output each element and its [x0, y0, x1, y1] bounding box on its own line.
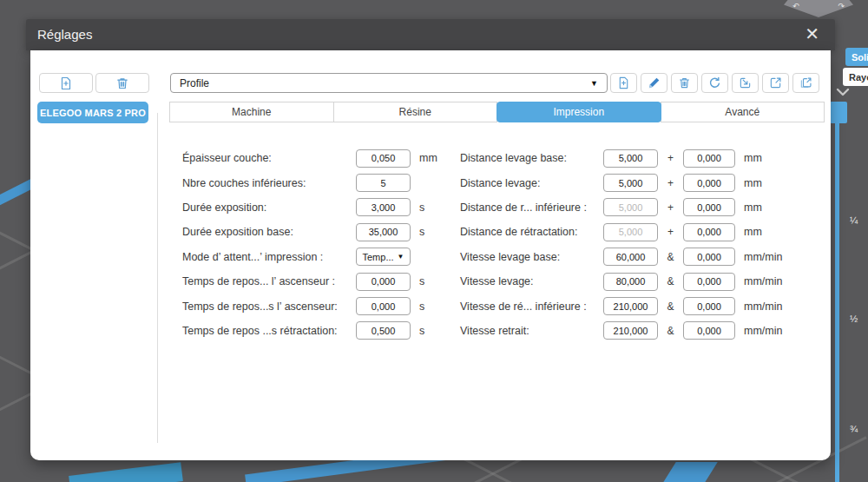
value-input-secondary[interactable]: 0,000 — [683, 321, 735, 340]
form-column-right: Distance levage base: 5,000 + 0,000 mm D… — [460, 146, 782, 343]
slider-tick-label: ¼ — [850, 215, 858, 226]
value-input-secondary[interactable]: 0,000 — [683, 198, 735, 216]
operator-label: + — [658, 201, 683, 214]
value-input-secondary[interactable]: 0,000 — [683, 273, 735, 291]
value-text: 0,000 — [697, 202, 721, 213]
value-text: 210,000 — [614, 326, 648, 336]
unit-label: s — [419, 201, 424, 214]
value-input-primary[interactable]: 60,000 — [603, 248, 658, 266]
value-input[interactable]: 0,050 ▼ — [356, 149, 411, 168]
operator-label: & — [658, 325, 683, 337]
profile-dropdown[interactable]: Profile ▼ — [170, 73, 608, 93]
value-input-primary[interactable]: 210,000 — [603, 321, 658, 340]
value-input[interactable]: Temp... ▼ — [356, 248, 411, 266]
printer-profile-button[interactable]: ELEGOO MARS 2 PRO — [37, 102, 148, 123]
tab-label: Impression — [553, 106, 604, 118]
bg-blue-stripe — [661, 462, 717, 482]
tab[interactable]: Impression — [496, 102, 661, 122]
dialog-title: Réglages — [37, 19, 92, 50]
view-mode-solid-button[interactable]: Solid — [845, 48, 868, 66]
bg-blue-stripe — [69, 462, 183, 482]
form-row: Distance levage: 5,000 + 0,000 mm — [460, 170, 782, 195]
add-printer-button[interactable] — [39, 73, 93, 93]
value-input[interactable]: 5 ▼ — [356, 174, 411, 192]
value-input[interactable]: 0,500 ▼ — [356, 321, 411, 340]
value-text: 5 — [380, 178, 385, 188]
tab[interactable]: Machine — [169, 102, 334, 122]
unit-label: mm — [744, 152, 762, 164]
value-input[interactable]: 3,000 ▼ — [356, 198, 411, 216]
layer-slider-handle[interactable] — [830, 102, 847, 123]
edit-profile-button[interactable] — [641, 73, 667, 93]
view-mode-xray-button[interactable]: Rayo — [843, 68, 868, 86]
value-text: 0,000 — [697, 178, 721, 188]
value-text: 0,000 — [697, 252, 721, 262]
tab[interactable]: Résine — [333, 102, 498, 122]
form-row: Temps de repos...s l’ ascenseur: 0,000 ▼… — [182, 294, 437, 318]
delete-printer-button[interactable] — [95, 73, 149, 93]
value-input-primary[interactable]: 5,000 — [603, 198, 658, 216]
profile-toolbar — [610, 73, 822, 93]
operator-label: & — [658, 300, 683, 313]
operator-label: + — [658, 226, 683, 238]
delete-profile-button[interactable] — [671, 73, 698, 93]
value-input[interactable]: 0,000 ▼ — [356, 297, 411, 315]
unit-label: s — [419, 275, 424, 287]
form-row: Distance levage base: 5,000 + 0,000 mm — [460, 146, 782, 170]
field-label: Épaisseur couche: — [182, 152, 356, 164]
form-row: Vitesse de ré... inférieure : 210,000 & … — [460, 294, 782, 318]
value-input-secondary[interactable]: 0,000 — [683, 149, 735, 168]
value-input-primary[interactable]: 80,000 — [603, 273, 658, 291]
value-text: 0,000 — [372, 276, 396, 287]
settings-tabs: Machine Résine Impression Avancé — [170, 102, 825, 122]
value-input-primary[interactable]: 5,000 — [603, 149, 658, 168]
new-profile-button[interactable] — [610, 73, 637, 93]
form-column-left: Épaisseur couche: 0,050 ▼ mm Nbre couche… — [182, 146, 437, 343]
refresh-profile-button[interactable] — [701, 73, 728, 93]
settings-dialog-body: ELEGOO MARS 2 PRO Profile ▼ — [30, 50, 831, 460]
chevron-down-icon[interactable] — [835, 87, 851, 97]
value-input-primary[interactable]: 5,000 — [603, 174, 658, 192]
value-input-secondary[interactable]: 0,000 — [683, 174, 735, 192]
tab-label: Résine — [399, 106, 431, 118]
unit-label: s — [419, 325, 424, 337]
import-icon — [739, 76, 752, 89]
form-row: Épaisseur couche: 0,050 ▼ mm — [182, 146, 437, 170]
value-text: 0,050 — [372, 153, 396, 163]
value-text: Temp... — [363, 252, 394, 262]
unit-label: s — [419, 226, 424, 238]
value-input[interactable]: 35,000 ▼ — [356, 223, 411, 241]
operator-label: + — [658, 152, 683, 164]
rotate-left-icon[interactable]: ↶ — [792, 2, 799, 10]
field-label: Durée exposition base: — [182, 226, 356, 238]
field-label: Vitesse de ré... inférieure : — [460, 300, 603, 313]
value-text: 5,000 — [619, 202, 643, 213]
view-cube[interactable]: ↶ ↷ — [784, 0, 853, 17]
field-label: Durée exposition: — [182, 201, 356, 214]
form-row: Durée exposition base: 35,000 ▼ s — [182, 220, 437, 244]
value-input-primary[interactable]: 210,000 — [603, 297, 658, 315]
field-label: Distance levage base: — [460, 152, 603, 164]
close-icon[interactable]: ✕ — [805, 19, 819, 49]
unit-label: s — [419, 300, 424, 313]
unit-label: mm/min — [744, 251, 782, 263]
form-row: Temps de repos ...s rétractation: 0,500 … — [182, 319, 437, 343]
tab[interactable]: Avancé — [661, 102, 825, 122]
value-input-secondary[interactable]: 0,000 — [683, 297, 735, 315]
export-all-profiles-button[interactable] — [792, 73, 819, 93]
value-text: 35,000 — [369, 227, 398, 237]
form-row: Distance de r... inférieure : 5,000 + 0,… — [460, 195, 782, 220]
unit-label: mm/min — [744, 300, 782, 313]
layer-slider-track[interactable] — [835, 122, 839, 482]
value-input-secondary[interactable]: 0,000 — [683, 248, 735, 266]
form-row: Nbre couches inférieures: 5 ▼ — [182, 170, 437, 195]
import-profile-button[interactable] — [732, 73, 759, 93]
value-text: 3,000 — [372, 202, 396, 213]
value-input-secondary[interactable]: 0,000 — [683, 223, 735, 241]
export-profile-button[interactable] — [762, 73, 789, 93]
dialog-titlebar[interactable]: Réglages ✕ — [26, 19, 835, 50]
value-input-primary[interactable]: 5,000 — [603, 223, 658, 241]
value-input[interactable]: 0,000 ▼ — [356, 273, 411, 291]
refresh-icon — [708, 76, 721, 89]
rotate-right-icon[interactable]: ↷ — [838, 2, 845, 10]
